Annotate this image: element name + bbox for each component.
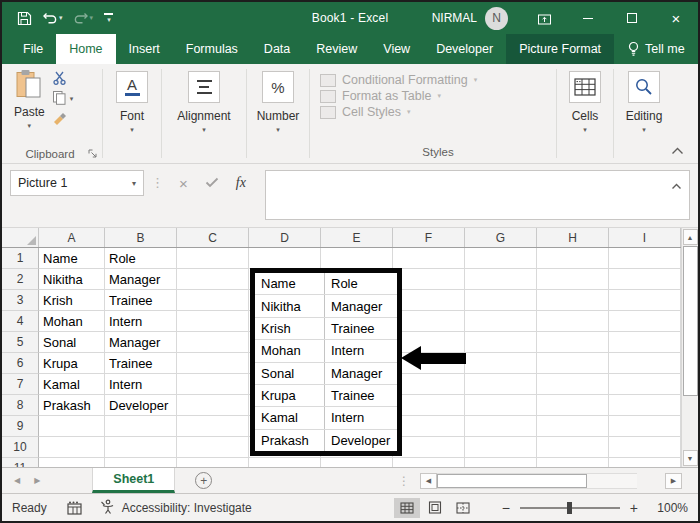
cell-H2[interactable] [537, 269, 609, 290]
new-sheet-button[interactable]: + [195, 468, 212, 493]
editing-button[interactable]: Editing ▾ [614, 71, 674, 134]
tab-insert[interactable]: Insert [116, 34, 173, 64]
separator-dots-icon[interactable]: ⋮ [151, 175, 164, 190]
cell-C8[interactable] [177, 395, 249, 416]
formula-input[interactable] [265, 170, 690, 220]
next-sheet-icon[interactable]: ▶ [34, 476, 40, 485]
zoom-slider[interactable] [520, 507, 620, 509]
cell-A10[interactable] [39, 437, 105, 458]
row-header-7[interactable]: 7 [2, 374, 39, 395]
cell-B6[interactable]: Trainee [105, 353, 177, 374]
chevron-down-icon[interactable]: ▾ [276, 126, 280, 134]
cell-A9[interactable] [39, 416, 105, 437]
format-painter-button[interactable] [52, 110, 74, 125]
cell-F2[interactable] [393, 269, 465, 290]
cell-G7[interactable] [465, 374, 537, 395]
cell-I6[interactable] [609, 353, 681, 374]
scroll-up-icon[interactable]: ▲ [683, 229, 698, 245]
cell-H1[interactable] [537, 248, 609, 269]
cell-B5[interactable]: Manager [105, 332, 177, 353]
normal-view-button[interactable] [394, 498, 420, 518]
ribbon-display-options-button[interactable] [522, 2, 566, 34]
tab-file[interactable]: File [10, 34, 56, 64]
previous-sheet-icon[interactable]: ◀ [14, 476, 20, 485]
page-break-preview-button[interactable] [450, 498, 476, 518]
cell-I5[interactable] [609, 332, 681, 353]
copy-button[interactable]: ▾ [52, 90, 74, 105]
cell-B7[interactable]: Intern [105, 374, 177, 395]
tab-data[interactable]: Data [251, 34, 303, 64]
row-header-11[interactable]: 11 [2, 458, 39, 467]
cell-I7[interactable] [609, 374, 681, 395]
cell-C2[interactable] [177, 269, 249, 290]
zoom-slider-thumb[interactable] [567, 502, 572, 514]
collapse-formula-bar-icon[interactable] [671, 176, 682, 194]
collapse-ribbon-button[interactable] [671, 147, 684, 155]
undo-button[interactable]: ▾ [39, 10, 66, 27]
row-header-10[interactable]: 10 [2, 437, 39, 458]
vertical-scroll-thumb[interactable] [683, 246, 698, 396]
column-header-E[interactable]: E [321, 228, 393, 247]
tab-tell-me[interactable]: Tell me [614, 34, 698, 64]
row-header-2[interactable]: 2 [2, 269, 39, 290]
paste-button[interactable]: Paste ▾ [10, 69, 45, 130]
close-button[interactable]: × [654, 2, 698, 34]
chevron-down-icon[interactable]: ▾ [70, 95, 74, 103]
zoom-in-button[interactable]: + [630, 500, 638, 516]
cell-G11[interactable] [465, 458, 537, 467]
scroll-right-icon[interactable]: ▶ [665, 473, 682, 489]
separator-dots-icon[interactable]: ⋮ [398, 468, 410, 493]
cell-F9[interactable] [393, 416, 465, 437]
page-layout-view-button[interactable] [422, 498, 448, 518]
cell-A1[interactable]: Name [39, 248, 105, 269]
cell-G9[interactable] [465, 416, 537, 437]
cell-F7[interactable] [393, 374, 465, 395]
cell-C5[interactable] [177, 332, 249, 353]
cell-B10[interactable] [105, 437, 177, 458]
redo-button[interactable]: ▾ [70, 10, 97, 27]
picture-object[interactable]: NameRoleNikithaManagerKrishTraineeMohanI… [250, 268, 402, 456]
cell-I11[interactable] [609, 458, 681, 467]
chevron-down-icon[interactable]: ▾ [28, 122, 32, 130]
customize-quick-access-toolbar-button[interactable]: ▾ [100, 11, 117, 26]
cell-C10[interactable] [177, 437, 249, 458]
scroll-down-icon[interactable]: ▼ [683, 450, 698, 466]
enter-check-icon[interactable] [205, 174, 219, 192]
zoom-level[interactable]: 100% [652, 501, 688, 515]
cell-H3[interactable] [537, 290, 609, 311]
cell-C6[interactable] [177, 353, 249, 374]
column-header-F[interactable]: F [393, 228, 465, 247]
row-header-1[interactable]: 1 [2, 248, 39, 269]
tab-picture-format[interactable]: Picture Format [506, 34, 614, 64]
column-header-B[interactable]: B [105, 228, 177, 247]
tab-developer[interactable]: Developer [423, 34, 506, 64]
cell-H4[interactable] [537, 311, 609, 332]
tab-formulas[interactable]: Formulas [173, 34, 251, 64]
cell-A3[interactable]: Krish [39, 290, 105, 311]
cell-G1[interactable] [465, 248, 537, 269]
cell-I8[interactable] [609, 395, 681, 416]
styles-item-cell-styles[interactable]: Cell Styles▾ [320, 105, 477, 119]
cell-A7[interactable]: Kamal [39, 374, 105, 395]
cell-F1[interactable] [393, 248, 465, 269]
cell-C9[interactable] [177, 416, 249, 437]
cell-A8[interactable]: Prakash [39, 395, 105, 416]
sheet-tab-sheet1[interactable]: Sheet1 [92, 468, 175, 493]
cell-B11[interactable] [105, 458, 177, 467]
alignment-settings-button[interactable]: Alignment ▾ [162, 71, 246, 134]
chevron-down-icon[interactable]: ▾ [132, 179, 136, 188]
scroll-left-icon[interactable]: ◀ [420, 473, 437, 489]
styles-item-format-as-table[interactable]: Format as Table▾ [320, 89, 477, 103]
font-settings-button[interactable]: A Font ▾ [103, 71, 161, 134]
zoom-out-button[interactable]: − [502, 500, 510, 516]
cell-B4[interactable]: Intern [105, 311, 177, 332]
cell-H7[interactable] [537, 374, 609, 395]
cell-G3[interactable] [465, 290, 537, 311]
insert-function-icon[interactable]: fx [236, 175, 246, 191]
cell-G8[interactable] [465, 395, 537, 416]
cell-E11[interactable] [321, 458, 393, 467]
cancel-icon[interactable]: × [179, 175, 188, 192]
save-icon[interactable] [14, 9, 35, 28]
chevron-down-icon[interactable]: ▾ [59, 14, 63, 22]
column-header-A[interactable]: A [39, 228, 105, 247]
